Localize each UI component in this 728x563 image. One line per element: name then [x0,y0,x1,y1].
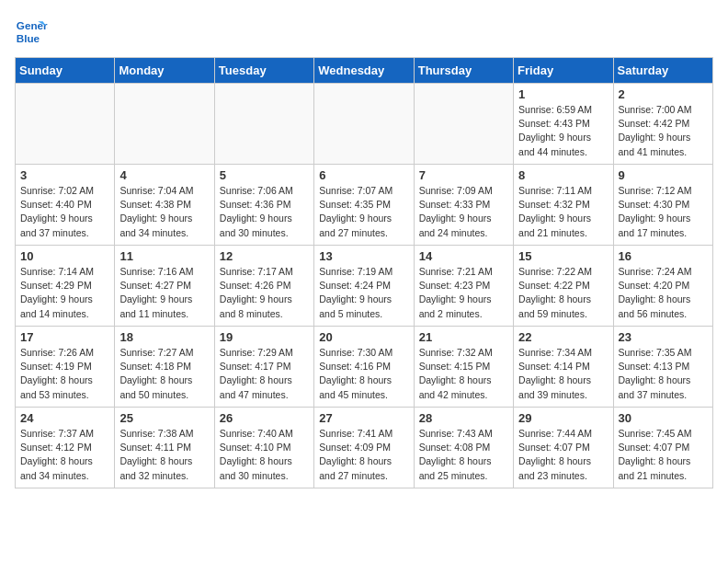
day-number: 19 [220,330,309,344]
day-number: 12 [220,249,309,263]
day-number: 20 [319,330,408,344]
calendar-cell: 25Sunrise: 7:38 AM Sunset: 4:11 PM Dayli… [115,408,214,488]
calendar-cell: 5Sunrise: 7:06 AM Sunset: 4:36 PM Daylig… [214,165,313,246]
day-number: 29 [518,411,608,425]
calendar-cell: 12Sunrise: 7:17 AM Sunset: 4:26 PM Dayli… [214,246,313,327]
calendar-cell: 6Sunrise: 7:07 AM Sunset: 4:35 PM Daylig… [314,165,414,246]
day-number: 21 [419,330,508,344]
svg-text:General: General [17,19,48,31]
calendar-cell: 30Sunrise: 7:45 AM Sunset: 4:07 PM Dayli… [613,408,712,488]
day-info: Sunrise: 7:12 AM Sunset: 4:30 PM Dayligh… [619,184,708,240]
day-number: 14 [419,249,508,263]
day-info: Sunrise: 7:35 AM Sunset: 4:13 PM Dayligh… [619,346,708,402]
day-info: Sunrise: 7:22 AM Sunset: 4:22 PM Dayligh… [518,265,608,321]
calendar-cell: 15Sunrise: 7:22 AM Sunset: 4:22 PM Dayli… [514,246,613,327]
day-info: Sunrise: 7:19 AM Sunset: 4:24 PM Dayligh… [319,265,408,321]
calendar-cell: 13Sunrise: 7:19 AM Sunset: 4:24 PM Dayli… [314,246,414,327]
day-number: 8 [518,168,608,182]
day-number: 18 [119,330,209,344]
calendar-cell: 20Sunrise: 7:30 AM Sunset: 4:16 PM Dayli… [314,327,414,408]
header-monday: Monday [115,58,214,84]
week-row-3: 10Sunrise: 7:14 AM Sunset: 4:29 PM Dayli… [16,246,713,327]
calendar-cell: 23Sunrise: 7:35 AM Sunset: 4:13 PM Dayli… [613,327,712,408]
day-number: 15 [518,249,608,263]
day-info: Sunrise: 7:04 AM Sunset: 4:38 PM Dayligh… [119,184,209,240]
calendar-cell: 18Sunrise: 7:27 AM Sunset: 4:18 PM Dayli… [115,327,214,408]
calendar-cell: 11Sunrise: 7:16 AM Sunset: 4:27 PM Dayli… [115,246,214,327]
day-info: Sunrise: 7:27 AM Sunset: 4:18 PM Dayligh… [119,346,209,402]
day-number: 10 [20,249,109,263]
day-info: Sunrise: 7:02 AM Sunset: 4:40 PM Dayligh… [20,184,109,240]
logo-icon: General Blue [15,15,48,48]
day-info: Sunrise: 7:24 AM Sunset: 4:20 PM Dayligh… [619,265,708,321]
day-number: 7 [419,168,508,182]
header: General Blue [15,15,713,48]
day-info: Sunrise: 7:37 AM Sunset: 4:12 PM Dayligh… [20,427,109,483]
logo: General Blue [15,15,48,48]
calendar-cell: 3Sunrise: 7:02 AM Sunset: 4:40 PM Daylig… [16,165,115,246]
header-wednesday: Wednesday [314,58,414,84]
day-number: 11 [119,249,209,263]
calendar-cell: 1Sunrise: 6:59 AM Sunset: 4:43 PM Daylig… [514,84,613,165]
day-info: Sunrise: 7:32 AM Sunset: 4:15 PM Dayligh… [419,346,508,402]
day-info: Sunrise: 7:07 AM Sunset: 4:35 PM Dayligh… [319,184,408,240]
day-number: 27 [319,411,408,425]
day-info: Sunrise: 7:30 AM Sunset: 4:16 PM Dayligh… [319,346,408,402]
day-number: 5 [220,168,309,182]
day-number: 22 [518,330,608,344]
calendar-table: SundayMondayTuesdayWednesdayThursdayFrid… [15,57,713,488]
day-info: Sunrise: 7:21 AM Sunset: 4:23 PM Dayligh… [419,265,508,321]
calendar-cell: 28Sunrise: 7:43 AM Sunset: 4:08 PM Dayli… [414,408,513,488]
day-number: 24 [20,411,109,425]
day-info: Sunrise: 7:43 AM Sunset: 4:08 PM Dayligh… [419,427,508,483]
day-info: Sunrise: 7:26 AM Sunset: 4:19 PM Dayligh… [20,346,109,402]
day-info: Sunrise: 6:59 AM Sunset: 4:43 PM Dayligh… [518,103,608,159]
calendar-cell: 4Sunrise: 7:04 AM Sunset: 4:38 PM Daylig… [115,165,214,246]
calendar-cell: 19Sunrise: 7:29 AM Sunset: 4:17 PM Dayli… [214,327,313,408]
day-info: Sunrise: 7:45 AM Sunset: 4:07 PM Dayligh… [619,427,708,483]
calendar-cell [16,84,115,165]
day-info: Sunrise: 7:29 AM Sunset: 4:17 PM Dayligh… [220,346,309,402]
day-number: 1 [518,87,608,101]
day-number: 6 [319,168,408,182]
day-info: Sunrise: 7:40 AM Sunset: 4:10 PM Dayligh… [220,427,309,483]
day-number: 26 [220,411,309,425]
day-info: Sunrise: 7:09 AM Sunset: 4:33 PM Dayligh… [419,184,508,240]
day-info: Sunrise: 7:34 AM Sunset: 4:14 PM Dayligh… [518,346,608,402]
day-number: 23 [619,330,708,344]
day-number: 2 [619,87,708,101]
week-row-5: 24Sunrise: 7:37 AM Sunset: 4:12 PM Dayli… [16,408,713,488]
day-number: 13 [319,249,408,263]
week-row-4: 17Sunrise: 7:26 AM Sunset: 4:19 PM Dayli… [16,327,713,408]
calendar-cell: 26Sunrise: 7:40 AM Sunset: 4:10 PM Dayli… [214,408,313,488]
calendar-cell: 14Sunrise: 7:21 AM Sunset: 4:23 PM Dayli… [414,246,513,327]
day-info: Sunrise: 7:11 AM Sunset: 4:32 PM Dayligh… [518,184,608,240]
day-info: Sunrise: 7:41 AM Sunset: 4:09 PM Dayligh… [319,427,408,483]
calendar-cell: 24Sunrise: 7:37 AM Sunset: 4:12 PM Dayli… [16,408,115,488]
calendar-cell: 2Sunrise: 7:00 AM Sunset: 4:42 PM Daylig… [613,84,712,165]
calendar-cell: 29Sunrise: 7:44 AM Sunset: 4:07 PM Dayli… [514,408,613,488]
day-number: 9 [619,168,708,182]
day-number: 25 [119,411,209,425]
days-header-row: SundayMondayTuesdayWednesdayThursdayFrid… [16,58,713,84]
header-saturday: Saturday [613,58,712,84]
day-number: 16 [619,249,708,263]
svg-text:Blue: Blue [17,32,40,44]
day-number: 30 [619,411,708,425]
calendar-cell: 7Sunrise: 7:09 AM Sunset: 4:33 PM Daylig… [414,165,513,246]
day-number: 3 [20,168,109,182]
day-info: Sunrise: 7:14 AM Sunset: 4:29 PM Dayligh… [20,265,109,321]
day-number: 4 [119,168,209,182]
day-info: Sunrise: 7:16 AM Sunset: 4:27 PM Dayligh… [119,265,209,321]
day-number: 17 [20,330,109,344]
calendar-cell: 16Sunrise: 7:24 AM Sunset: 4:20 PM Dayli… [613,246,712,327]
calendar-cell: 10Sunrise: 7:14 AM Sunset: 4:29 PM Dayli… [16,246,115,327]
day-info: Sunrise: 7:38 AM Sunset: 4:11 PM Dayligh… [119,427,209,483]
calendar-cell [115,84,214,165]
calendar-cell [414,84,513,165]
day-info: Sunrise: 7:00 AM Sunset: 4:42 PM Dayligh… [619,103,708,159]
header-tuesday: Tuesday [214,58,313,84]
header-sunday: Sunday [16,58,115,84]
header-thursday: Thursday [414,58,513,84]
calendar-cell: 8Sunrise: 7:11 AM Sunset: 4:32 PM Daylig… [514,165,613,246]
